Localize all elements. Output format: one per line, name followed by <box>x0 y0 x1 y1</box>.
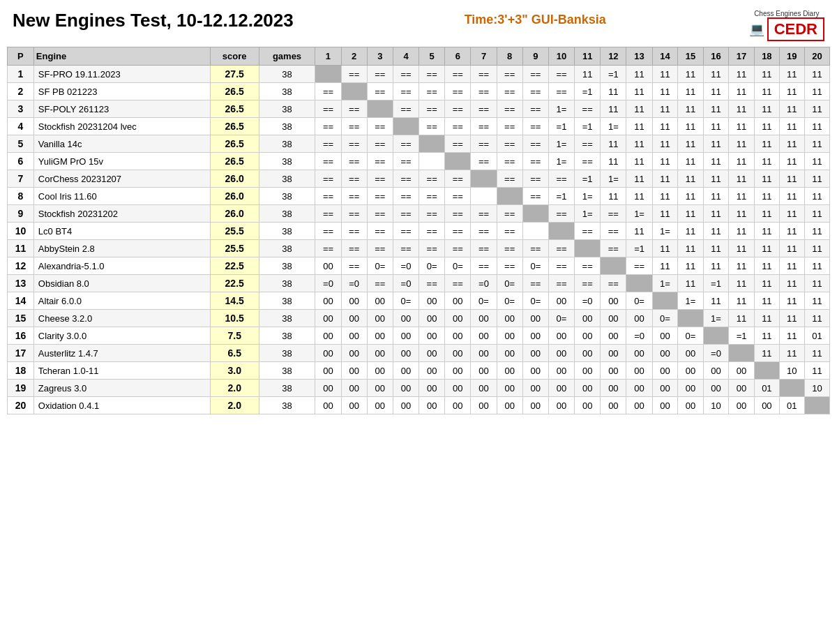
match-cell: == <box>367 66 393 83</box>
match-cell: 11 <box>703 223 729 240</box>
row-games: 38 <box>259 345 315 362</box>
match-cell: 11 <box>804 135 829 153</box>
match-cell: 11 <box>678 100 704 118</box>
match-cell: 11 <box>754 223 779 240</box>
match-cell <box>522 205 548 223</box>
match-cell: 00 <box>341 345 367 362</box>
match-cell: 11 <box>601 153 626 170</box>
col-header-pos: P <box>8 47 34 66</box>
col-header-3: 3 <box>367 47 393 66</box>
match-cell: 11 <box>652 118 678 135</box>
match-cell: 00 <box>445 397 471 414</box>
match-cell: == <box>419 275 445 292</box>
match-cell: 11 <box>754 257 779 275</box>
row-engine-name: Stockfish 20231204 lvec <box>33 118 210 135</box>
match-cell: 1= <box>703 310 729 327</box>
row-position: 2 <box>8 83 34 100</box>
row-position: 17 <box>8 345 34 362</box>
match-cell: == <box>393 66 418 83</box>
match-cell: 00 <box>678 397 704 414</box>
col-header-20: 20 <box>804 47 829 66</box>
match-cell: 00 <box>522 380 548 397</box>
match-cell: == <box>471 153 497 170</box>
row-position: 9 <box>8 205 34 223</box>
match-cell: 11 <box>779 223 804 240</box>
match-cell: 00 <box>575 345 601 362</box>
match-cell: == <box>367 223 393 240</box>
match-cell: 0= <box>678 327 704 345</box>
match-cell: 00 <box>341 292 367 310</box>
match-cell: == <box>522 100 548 118</box>
match-cell: 11 <box>804 292 829 310</box>
row-engine-name: Cheese 3.2.0 <box>33 310 210 327</box>
match-cell: 0= <box>497 275 522 292</box>
match-cell: 11 <box>729 135 755 153</box>
match-cell: 0= <box>367 257 393 275</box>
match-cell: 00 <box>548 397 574 414</box>
match-cell: == <box>497 257 522 275</box>
row-engine-name: Cool Iris 11.60 <box>33 188 210 205</box>
match-cell: 11 <box>804 205 829 223</box>
match-cell: 11 <box>779 205 804 223</box>
row-games: 38 <box>259 362 315 380</box>
match-cell: 11 <box>626 66 652 83</box>
match-cell: =0 <box>626 327 652 345</box>
match-cell <box>575 240 601 257</box>
match-cell: 1= <box>601 170 626 188</box>
match-cell: 11 <box>626 100 652 118</box>
match-cell: == <box>367 83 393 100</box>
match-cell: 0= <box>471 292 497 310</box>
match-cell <box>678 310 704 327</box>
match-cell: 00 <box>419 292 445 310</box>
match-cell: == <box>522 118 548 135</box>
col-header-19: 19 <box>779 47 804 66</box>
row-engine-name: Alexandria-5.1.0 <box>33 257 210 275</box>
table-row: 6YuliGM PrO 15v26.538==============1===1… <box>8 153 830 170</box>
match-cell: == <box>497 118 522 135</box>
match-cell: =0 <box>703 345 729 362</box>
match-cell: 00 <box>367 345 393 362</box>
match-cell: 01 <box>754 380 779 397</box>
match-cell: 10 <box>703 397 729 414</box>
table-row: 3SF-POLY 26112326.538================1==… <box>8 100 830 118</box>
match-cell: 1= <box>652 223 678 240</box>
match-cell: 11 <box>601 135 626 153</box>
match-cell: 11 <box>779 135 804 153</box>
row-position: 12 <box>8 257 34 275</box>
match-cell: =1 <box>729 327 755 345</box>
row-engine-name: Tcheran 1.0-11 <box>33 362 210 380</box>
match-cell: 11 <box>779 83 804 100</box>
match-cell: 00 <box>445 380 471 397</box>
match-cell: == <box>471 66 497 83</box>
match-cell <box>703 327 729 345</box>
table-body: 1SF-PRO 19.11.202327.538================… <box>8 66 830 414</box>
match-cell: 00 <box>471 397 497 414</box>
match-cell: 00 <box>652 362 678 380</box>
match-cell: =0 <box>341 275 367 292</box>
match-cell: == <box>419 205 445 223</box>
match-cell: 00 <box>678 345 704 362</box>
match-cell: == <box>341 118 367 135</box>
match-cell: == <box>445 83 471 100</box>
match-cell: 11 <box>754 66 779 83</box>
match-cell: 00 <box>497 327 522 345</box>
match-cell: 00 <box>419 397 445 414</box>
match-cell: == <box>575 223 601 240</box>
match-cell: 1= <box>626 205 652 223</box>
match-cell: == <box>445 100 471 118</box>
match-cell: 0= <box>419 257 445 275</box>
match-cell: 00 <box>315 327 341 345</box>
table-row: 7CorChess 2023120726.038================… <box>8 170 830 188</box>
match-cell: 11 <box>729 240 755 257</box>
row-games: 38 <box>259 310 315 327</box>
match-cell: 11 <box>729 205 755 223</box>
match-cell: 11 <box>779 257 804 275</box>
match-cell: 00 <box>419 380 445 397</box>
row-games: 38 <box>259 397 315 414</box>
row-games: 38 <box>259 118 315 135</box>
match-cell: == <box>367 205 393 223</box>
match-cell: == <box>445 188 471 205</box>
match-cell: 11 <box>779 170 804 188</box>
match-cell: 1= <box>652 275 678 292</box>
row-engine-name: Stockfish 20231202 <box>33 205 210 223</box>
